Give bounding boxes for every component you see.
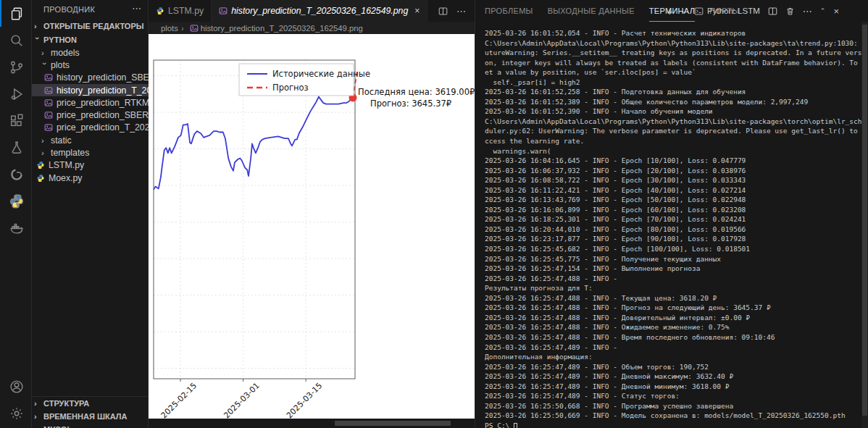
section-timeline[interactable]: › ВРЕМЕННАЯ ШКАЛА (32, 410, 149, 423)
tree-item-label: history_prediction_SBER_2025... (57, 72, 149, 83)
tree-item-price-prediction-sber-20250-[interactable]: price_prediction_SBER_20250... (32, 109, 149, 121)
section-outline[interactable]: › СТРУКТУРА (32, 397, 149, 410)
tab-lstm-py[interactable]: LSTM.py (149, 0, 212, 22)
editor-more-actions-icon[interactable]: ⋯ (456, 7, 466, 16)
vertical-scrollbar[interactable] (861, 22, 868, 428)
tree-item-templates[interactable]: ›templates (32, 146, 149, 159)
terminal-line: 2025-03-26 16:25:50,668 - INFO - Програм… (485, 402, 861, 412)
tab-output[interactable]: ВЫХОДНЫЕ ДАННЫЕ (548, 0, 635, 22)
tree-item-history-prediction-sber-2025-[interactable]: history_prediction_SBER_2025... (32, 72, 149, 84)
scrollbar-thumb[interactable] (862, 25, 867, 416)
chevron-right-icon: › (41, 136, 49, 145)
breadcrumb-separator: › (181, 24, 184, 33)
chevron-down-icon: › (33, 37, 42, 44)
python-file-icon (36, 161, 45, 169)
terminal-line: 2025-03-26 16:16:06,899 - INFO - Epoch [… (485, 206, 861, 216)
chevron-right-icon: › (41, 49, 49, 57)
tree-item-price-prediction-rtkm-2025-[interactable]: price_prediction_RTKM_2025... (32, 96, 149, 109)
docker-icon[interactable] (0, 214, 32, 241)
activity-bar (0, 0, 32, 428)
run-debug-icon[interactable] (0, 80, 32, 107)
image-preview[interactable]: 2025-02-152025-03-012025-03-15Историческ… (149, 34, 475, 419)
close-panel-icon[interactable]: × (833, 7, 839, 16)
chart-legend: Исторические данныеПрогноз (239, 64, 370, 96)
terminal-line: utureWarning: Series.__setitem__ treatin… (485, 49, 861, 59)
source-control-icon[interactable] (0, 54, 32, 80)
image-file-icon (44, 111, 53, 119)
image-file-icon (219, 7, 228, 15)
maximize-panel-icon[interactable]: ⌃ (820, 8, 826, 14)
terminal-session-label[interactable]: Python: LSTM (694, 7, 760, 16)
tree-item-history-prediction-t-2025032-[interactable]: history_prediction_T_2025032... (32, 84, 149, 96)
testing-icon[interactable] (0, 134, 32, 161)
image-file-icon (44, 86, 53, 95)
plot-border (154, 60, 355, 379)
terminal-line: 2025-03-26 16:01:52,390 - INFO - Начало … (485, 107, 861, 117)
python-file-icon (36, 174, 45, 182)
tab-problems[interactable]: ПРОБЛЕМЫ (485, 0, 533, 22)
explorer-icon[interactable] (0, 0, 32, 27)
tree-item-label: models (51, 48, 80, 58)
sidebar-more-actions-icon[interactable]: ⋯ (132, 3, 141, 14)
tree-item-label: history_prediction_T_2025032... (57, 85, 149, 96)
section-mysql[interactable]: › MYSQL (32, 423, 149, 428)
tree-item-static[interactable]: ›static (32, 134, 149, 146)
tab-history-prediction-png[interactable]: history_prediction_T_20250326_162549.png… (212, 0, 427, 22)
terminal-line: Дополнительная информация: (485, 353, 861, 363)
terminal-line: 2025-03-26 16:25:47,489 - INFO - (485, 343, 861, 353)
image-file-icon (44, 98, 53, 107)
horizontal-scrollbar[interactable] (149, 419, 475, 428)
tree-item-lstm-py[interactable]: LSTM.py (32, 159, 149, 172)
terminal-line: 2025-03-26 16:25:47,488 - INFO - (485, 274, 861, 285)
chevron-right-icon: › (41, 148, 49, 157)
price-chart-image: 2025-02-152025-03-012025-03-15Историческ… (149, 34, 475, 419)
python-icon[interactable] (0, 188, 32, 214)
close-tab-icon[interactable]: × (414, 6, 420, 16)
search-icon[interactable] (0, 27, 32, 54)
scrollbar-thumb[interactable] (335, 421, 451, 426)
image-file-icon (44, 73, 53, 82)
terminal-output[interactable]: 2025-03-26 16:01:52,054 - INFO - Расчет … (485, 29, 861, 428)
terminal-line: 2025-03-26 16:25:45,682 - INFO - Epoch [… (485, 245, 861, 255)
account-icon[interactable] (0, 373, 32, 400)
edge-browser-icon[interactable] (0, 161, 32, 188)
x-tick-label: 2025-02-15 (159, 381, 199, 419)
terminal-line: C:\Users\Admin\AppData\Local\Programs\Py… (485, 117, 861, 127)
terminal-line: 2025-03-26 16:25:47,489 - INFO - Объем т… (485, 363, 861, 373)
section-workspace-python[interactable]: › PYTHON (32, 33, 149, 46)
tree-item-label: plots (51, 60, 70, 70)
terminal-line: 2025-03-26 16:13:43,769 - INFO - Epoch [… (485, 196, 861, 206)
terminal-line: warnings.warn( (485, 147, 861, 157)
tree-item-label: price_prediction_SBER_20250... (57, 110, 149, 120)
tree-item-label: Moex.py (49, 173, 82, 183)
last-price-annotation: Последняя цена: 3619.00₽ (358, 87, 475, 97)
file-tree: ›models›plotshistory_prediction_SBER_202… (32, 46, 149, 184)
terminal-line: 2025-03-26 16:11:22,421 - INFO - Epoch [… (485, 186, 861, 196)
panel-more-actions-icon[interactable]: ⋯ (803, 7, 812, 16)
terminal-icon (694, 7, 704, 16)
x-tick-label: 2025-03-15 (285, 381, 324, 419)
extensions-icon[interactable] (0, 107, 32, 134)
tree-item-models[interactable]: ›models (32, 46, 149, 59)
settings-gear-icon[interactable] (0, 400, 32, 427)
kill-terminal-icon[interactable] (785, 7, 795, 16)
terminal-line: 2025-03-26 16:25:45,775 - INFO - Получен… (485, 255, 861, 265)
tree-item-price-prediction-t-20250326-[interactable]: price_prediction_T_20250326... (32, 122, 149, 134)
breadcrumb-file[interactable]: history_prediction_T_20250326_162549.png (201, 24, 363, 33)
terminal-dropdown-icon[interactable]: ⌄ (680, 8, 686, 14)
legend-label-forecast: Прогноз (272, 83, 309, 93)
tree-item-label: templates (51, 148, 89, 158)
chevron-right-icon: › (34, 22, 41, 30)
split-terminal-icon[interactable] (768, 7, 777, 16)
section-open-editors[interactable]: › ОТКРЫТЫЕ РЕДАКТОРЫ (32, 20, 149, 33)
terminal-line: 2025-03-26 16:04:16,645 - INFO - Epoch [… (485, 156, 861, 167)
tree-item-moex-py[interactable]: Moex.py (32, 172, 149, 184)
split-editor-icon[interactable] (438, 7, 448, 16)
new-terminal-icon[interactable]: + (667, 6, 673, 17)
terminal-line: 2025-03-26 16:25:47,488 - INFO - Доверит… (485, 314, 861, 324)
terminal-line: ccess the learning rate. (485, 137, 861, 147)
tree-item-plots[interactable]: ›plots (32, 59, 149, 71)
chevron-down-icon: › (41, 62, 49, 70)
sidebar-title: ПРОВОДНИК (43, 5, 95, 14)
breadcrumb-folder[interactable]: plots (161, 24, 178, 33)
